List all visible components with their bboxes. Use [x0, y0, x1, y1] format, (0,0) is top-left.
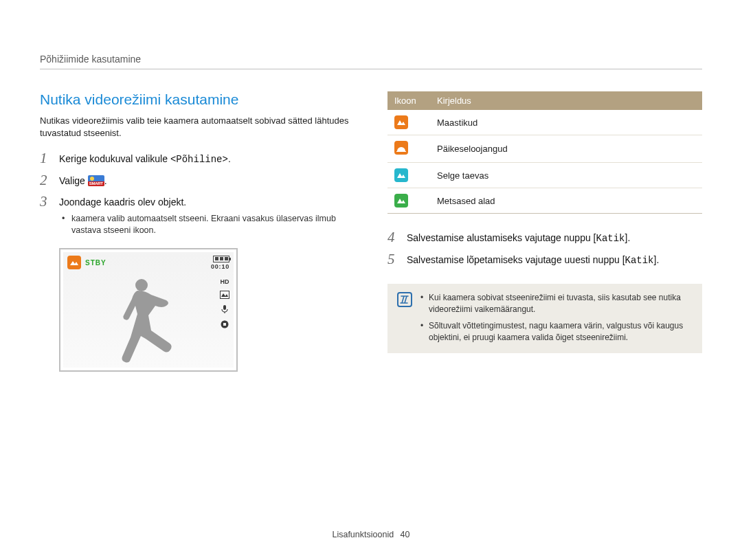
smart-mode-icon: SMART	[88, 175, 104, 186]
table-row: Maastikud	[387, 110, 702, 135]
stabilize-icon	[220, 320, 229, 329]
icon-table: Ikoon Kirjeldus Maastikud Päikeseloojang…	[387, 91, 702, 214]
step-5: 5 Salvestamise lõpetamiseks vajutage uue…	[387, 252, 702, 267]
step-number: 1	[40, 151, 52, 166]
header-rule	[40, 69, 702, 69]
section-title: Nutika videorežiimi kasutamine	[40, 91, 356, 108]
info-icon	[397, 292, 412, 307]
th-icon: Ikoon	[387, 91, 430, 110]
stby-label: STBY	[85, 259, 106, 267]
step-number: 5	[387, 252, 400, 267]
svg-point-4	[135, 279, 148, 291]
breadcrumb: Põhižiimide kasutamine	[40, 54, 702, 65]
section-intro: Nutikas videorežiimis valib teie kaamera…	[40, 115, 356, 139]
step-4: 4 Salvestamise alustamiseks vajutage nup…	[387, 230, 702, 245]
svg-rect-3	[223, 323, 226, 326]
step-1: 1 Kerige kodukuval valikule <Põhiline>.	[40, 151, 356, 166]
hd-icon: HD	[221, 278, 229, 285]
note-item: Sõltuvalt võttetingimustest, nagu kaamer…	[420, 320, 693, 344]
forest-icon	[394, 194, 408, 208]
footer: Lisafunktsioonid 40	[0, 530, 742, 539]
rec-timer: 00:10	[211, 263, 229, 270]
table-row: Metsased alad	[387, 188, 702, 214]
preview-side-icons: HD	[220, 278, 229, 329]
svg-rect-0	[221, 291, 229, 298]
clear-sky-icon	[394, 168, 408, 182]
note-box: Kui kaamera sobivat stseenirežiimi ei tu…	[387, 284, 702, 354]
left-column: Nutika videorežiimi kasutamine Nutikas v…	[40, 91, 356, 372]
scene-badge-icon	[67, 256, 81, 269]
steps-left: 1 Kerige kodukuval valikule <Põhiline>. …	[40, 151, 356, 237]
step-2: 2 Valige SMART .	[40, 173, 356, 188]
aspect-icon	[220, 291, 229, 299]
page-number: 40	[401, 530, 410, 539]
step-3: 3 Joondage kaadris olev objekt. kaamera …	[40, 194, 356, 237]
battery-icon	[213, 256, 229, 262]
landscape-icon	[394, 115, 408, 129]
footer-label: Lisafunktsioonid	[332, 530, 394, 539]
table-row: Päikeseloojangud	[387, 135, 702, 163]
table-row: Selge taevas	[387, 163, 702, 188]
step-number: 4	[387, 230, 400, 245]
svg-rect-1	[223, 305, 226, 310]
step-number: 3	[40, 194, 52, 237]
step-number: 2	[40, 173, 52, 188]
mic-icon	[221, 304, 229, 314]
sunset-icon	[394, 141, 408, 155]
subject-silhouette	[103, 276, 186, 363]
th-desc: Kirjeldus	[430, 91, 702, 110]
camera-preview: STBY 00:10 HD	[59, 248, 238, 372]
substep: kaamera valib automaatselt stseeni. Ekra…	[62, 213, 356, 237]
steps-right: 4 Salvestamise alustamiseks vajutage nup…	[387, 230, 702, 267]
note-item: Kui kaamera sobivat stseenirežiimi ei tu…	[420, 292, 693, 316]
right-column: Ikoon Kirjeldus Maastikud Päikeseloojang…	[387, 91, 702, 372]
